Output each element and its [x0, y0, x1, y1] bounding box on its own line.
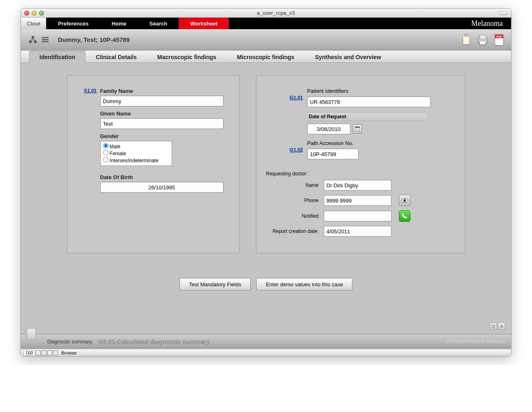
patient-identifiers-field[interactable] [307, 97, 431, 107]
gender-option-male[interactable]: Male [103, 143, 169, 150]
phone-icon[interactable] [399, 210, 410, 222]
doctor-name-field[interactable] [324, 180, 392, 191]
svg-rect-15 [355, 127, 360, 128]
dob-label: Date Of Birth [100, 174, 229, 180]
q-button[interactable]: Q [490, 322, 497, 330]
gender-label: Gender [100, 133, 229, 139]
gender-option-female[interactable]: Female [103, 150, 169, 157]
identification-panel-right: G1.01 Patient Identifiers Date of Reques… [256, 75, 465, 253]
dob-field[interactable] [100, 182, 223, 193]
requesting-doctor-label: Requesting doctor: [266, 171, 455, 177]
code-g1-02[interactable]: G1.02 [290, 147, 303, 153]
view-icon-2[interactable] [41, 350, 46, 355]
printer-icon[interactable] [477, 34, 489, 46]
report-creation-field[interactable] [324, 226, 392, 237]
calendar-icon[interactable] [353, 124, 362, 133]
svg-rect-1 [29, 41, 32, 43]
toolbar-toggle-icon[interactable] [499, 11, 508, 15]
tab-bar: Identification Clinical Details Macrosco… [21, 51, 511, 63]
worksheet-area: S1.01 Family Name Given Name [21, 63, 511, 334]
eye-icon[interactable] [399, 195, 410, 206]
identification-panel-left: S1.01 Family Name Given Name [67, 75, 240, 253]
tab-macroscopic[interactable]: Macroscopic findings [147, 51, 227, 63]
gender-option-intersex[interactable]: Intersex/indeterminate [103, 157, 169, 164]
close-button[interactable]: Close [21, 18, 46, 29]
notified-field[interactable] [324, 211, 392, 221]
code-s1-01[interactable]: S1.01 [84, 88, 97, 94]
patient-identifiers-label: Patient Identifiers [307, 88, 455, 94]
a-button[interactable]: A [498, 322, 505, 330]
patient-header: Dummy, Test; 10P-45789 [58, 36, 130, 43]
window-titlebar: a_user_rcpa_v3 [21, 9, 511, 18]
view-icon-4[interactable] [53, 350, 58, 355]
svg-rect-10 [480, 41, 486, 44]
notified-label: Notified [266, 213, 324, 219]
brand-label: Melanoma [463, 18, 511, 29]
tab-clinical-details[interactable]: Clinical Details [85, 51, 147, 63]
toolbar: Dummy, Test; 10P-45789 PDF [21, 29, 511, 51]
path-accession-field[interactable] [307, 149, 359, 159]
view-icon-3[interactable] [47, 350, 52, 355]
window-close-icon[interactable] [24, 11, 29, 16]
window-minimize-icon[interactable] [32, 11, 37, 16]
gender-radio-group: Male Female Intersex/indeterminate [100, 141, 172, 166]
pdf-icon[interactable]: PDF [493, 34, 505, 46]
svg-rect-0 [32, 36, 34, 38]
diagnostic-summary-label: Diagnostic summary: [47, 339, 93, 345]
svg-rect-9 [480, 35, 486, 39]
report-creation-label: Report creation date: [266, 228, 324, 234]
date-of-request-field[interactable] [307, 124, 350, 134]
menu-preferences[interactable]: Preferences [46, 18, 100, 29]
test-mandatory-button[interactable]: Test Mandatory Fields [180, 278, 251, 290]
svg-text:PDF: PDF [496, 35, 502, 38]
svg-point-17 [403, 199, 406, 202]
diagnostic-summary-value: G5.01-Calculated diagnostic summary [98, 338, 447, 345]
given-name-field[interactable] [100, 118, 223, 129]
window-zoom-icon[interactable] [39, 11, 44, 16]
tab-microscopic[interactable]: Microscopic findings [227, 51, 305, 63]
view-tree-icon[interactable] [27, 34, 39, 46]
enter-demo-button[interactable]: Enter demo values into this case [256, 278, 352, 290]
zoom-level[interactable]: 100 [23, 350, 35, 356]
svg-rect-7 [465, 34, 468, 37]
window-title: a_user_rcpa_v3 [44, 10, 508, 16]
doctor-name-label: Name [266, 182, 324, 188]
family-name-label: Family Name [100, 88, 229, 94]
svg-rect-3 [42, 37, 48, 38]
code-g1-01[interactable]: G1.01 [290, 95, 303, 101]
path-accession-label: Path Accession No. [307, 140, 455, 146]
menu-worksheet[interactable]: Worksheet [179, 18, 229, 29]
given-name-label: Given Name [100, 110, 229, 117]
doctor-phone-field[interactable] [324, 195, 392, 206]
status-bar: 100 Browse [21, 349, 511, 356]
footer-summary-bar: Diagnostic summary: G5.01-Calculated dia… [21, 334, 511, 349]
tab-identification[interactable]: Identification [29, 51, 85, 63]
svg-rect-4 [42, 39, 48, 40]
clipboard-icon[interactable] [460, 34, 472, 46]
date-of-request-label: Date of Request [307, 112, 426, 121]
menubar: Close Preferences Home Search Worksheet … [21, 18, 511, 29]
view-icon-1[interactable] [36, 350, 41, 355]
view-list-icon[interactable] [39, 34, 51, 46]
family-name-field[interactable] [100, 96, 223, 106]
doctor-phone-label: Phone [266, 198, 324, 203]
svg-rect-5 [42, 41, 48, 42]
menu-home[interactable]: Home [100, 18, 138, 29]
svg-rect-2 [34, 41, 37, 43]
footer-meta: P01 R00166 R00166 Melanoma [447, 339, 505, 344]
menu-search[interactable]: Search [138, 18, 179, 29]
tab-synthesis[interactable]: Synthesis and Overview [305, 51, 392, 63]
mode-label: Browse [61, 350, 76, 355]
footer-tool-icon[interactable] [27, 328, 36, 340]
